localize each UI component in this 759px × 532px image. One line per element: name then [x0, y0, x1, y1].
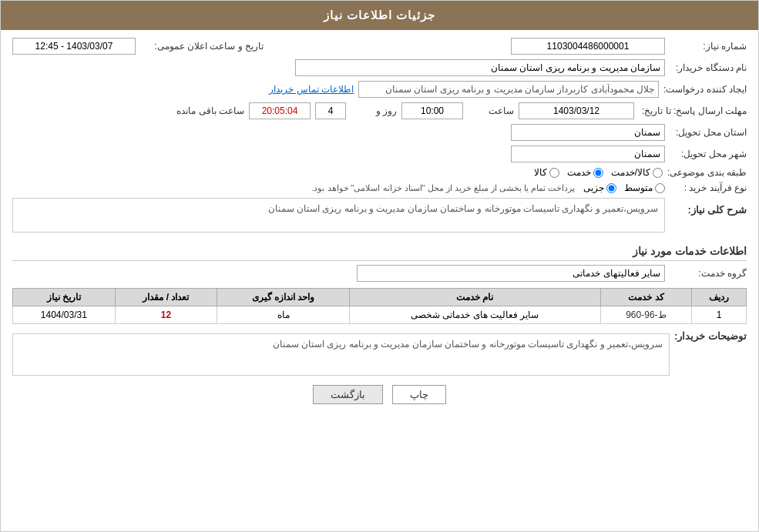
button-row: چاپ بازگشت: [12, 385, 747, 404]
print-button[interactable]: چاپ: [392, 385, 446, 404]
service-group-row: گروه خدمت:: [12, 265, 747, 282]
category-kala-khadamat-label: کالا/خدمت: [611, 167, 650, 178]
buyer-notes-row: توضیحات خریدار: سرویس،تعمیر و نگهداری تا…: [12, 330, 747, 376]
need-number-row: شماره نیاز: تاریخ و ساعت اعلان عمومی:: [12, 38, 747, 55]
province-label: استان محل تحویل:: [670, 127, 747, 138]
date-label: تاریخ و ساعت اعلان عمومی:: [140, 41, 264, 52]
table-header-row: ردیف کد خدمت نام خدمت واحد اندازه گیری ت…: [13, 289, 747, 306]
buyer-org-label: نام دستگاه خریدار:: [670, 62, 747, 73]
process-motavasset-label: متوسط: [624, 182, 653, 193]
col-qty: تعداد / مقدار: [115, 289, 217, 306]
creator-row: ایجاد کننده درخواست: اطلاعات تماس خریدار: [12, 81, 747, 98]
services-section-title: اطلاعات خدمات مورد نیاز: [12, 245, 747, 261]
page-title: جزئیات اطلاعات نیاز: [324, 8, 435, 22]
service-group-label: گروه خدمت:: [670, 268, 747, 279]
summary-label: شرح کلی نیاز:: [670, 204, 747, 216]
col-date: تاریخ نیاز: [13, 289, 116, 306]
process-radio-group: متوسط جزیی: [583, 182, 665, 193]
service-group-input[interactable]: [357, 265, 665, 282]
deadline-label: مهلت ارسال پاسخ: تا تاریخ:: [639, 105, 747, 116]
buyer-notes-value: سرویس،تعمیر و نگهداری تاسیسات موتورخانه …: [273, 339, 663, 350]
col-row-num: ردیف: [692, 289, 747, 306]
services-table: ردیف کد خدمت نام خدمت واحد اندازه گیری ت…: [12, 288, 747, 324]
table-row: 1ط-96-960سایر فعالیت های خدماتی شخصیماه1…: [13, 306, 747, 324]
city-row: شهر محل تحویل:: [12, 146, 747, 162]
category-radio-group: کالا/خدمت خدمت کالا: [534, 167, 663, 178]
col-code: کد خدمت: [600, 289, 692, 306]
category-kala-radio[interactable]: [549, 168, 559, 178]
summary-box: سرویس،تعمیر و نگهداری تاسیسات موتورخانه …: [12, 198, 665, 233]
deadline-row: مهلت ارسال پاسخ: تا تاریخ: ساعت روز و سا…: [12, 102, 747, 119]
process-jozii-label: جزیی: [583, 182, 604, 193]
category-kala-label: کالا: [534, 167, 547, 178]
cell-row-num: 1: [692, 306, 747, 324]
province-row: استان محل تحویل:: [12, 124, 747, 141]
time-label: ساعت: [468, 105, 514, 116]
category-kala-khadamat-radio[interactable]: [653, 168, 663, 178]
process-description: پرداخت تمام یا بخشی از مبلغ خرید از محل …: [311, 183, 575, 193]
creator-contact-link[interactable]: اطلاعات تماس خریدار: [269, 84, 354, 95]
cell-date: 1404/03/31: [13, 306, 116, 324]
category-row: طبقه بندی موضوعی: کالا/خدمت خدمت کالا: [12, 167, 747, 178]
buyer-notes-label: توضیحات خریدار:: [674, 330, 747, 342]
creator-input[interactable]: [358, 81, 659, 98]
need-number-input[interactable]: [511, 38, 665, 55]
summary-value: سرویس،تعمیر و نگهداری تاسیسات موتورخانه …: [268, 203, 658, 214]
process-row: نوع فرآیند خرید : متوسط جزیی پرداخت تمام…: [12, 182, 747, 193]
process-jozii-radio[interactable]: [606, 183, 616, 193]
category-label: طبقه بندی موضوعی:: [667, 167, 747, 178]
cell-unit: ماه: [217, 306, 350, 324]
cell-code: ط-96-960: [600, 306, 692, 324]
category-kala[interactable]: کالا: [534, 167, 559, 178]
province-input[interactable]: [511, 124, 665, 141]
process-jozii[interactable]: جزیی: [583, 182, 616, 193]
deadline-date-input[interactable]: [519, 102, 634, 119]
deadline-days-input[interactable]: [315, 102, 346, 119]
category-khadamat-radio[interactable]: [593, 168, 603, 178]
cell-name: سایر فعالیت های خدماتی شخصی: [350, 306, 601, 324]
process-motavasset-radio[interactable]: [655, 183, 665, 193]
col-name: نام خدمت: [350, 289, 601, 306]
services-table-section: ردیف کد خدمت نام خدمت واحد اندازه گیری ت…: [12, 288, 747, 324]
creator-label: ایجاد کننده درخواست:: [663, 84, 747, 95]
date-input[interactable]: [12, 38, 136, 55]
city-input[interactable]: [511, 146, 665, 162]
need-number-label: شماره نیاز:: [670, 41, 747, 52]
category-khadamat-label: خدمت: [567, 167, 591, 178]
category-khadamat[interactable]: خدمت: [567, 167, 603, 178]
cell-qty: 12: [115, 306, 217, 324]
city-label: شهر محل تحویل:: [670, 149, 747, 159]
buyer-org-row: نام دستگاه خریدار:: [12, 59, 747, 76]
deadline-time-input[interactable]: [401, 102, 463, 119]
process-motavasset[interactable]: متوسط: [624, 182, 665, 193]
category-kala-khadamat[interactable]: کالا/خدمت: [611, 167, 663, 178]
remain-label: ساعت باقی مانده: [175, 105, 244, 116]
page-header: جزئیات اطلاعات نیاز: [1, 1, 758, 30]
col-unit: واحد اندازه گیری: [217, 289, 350, 306]
buyer-org-input[interactable]: [295, 59, 665, 76]
days-label: روز و: [351, 105, 397, 116]
summary-row: شرح کلی نیاز: سرویس،تعمیر و نگهداری تاسی…: [12, 198, 747, 239]
back-button[interactable]: بازگشت: [313, 385, 383, 404]
process-label: نوع فرآیند خرید :: [670, 182, 747, 193]
buyer-notes-box: سرویس،تعمیر و نگهداری تاسیسات موتورخانه …: [12, 333, 670, 376]
deadline-remain-input[interactable]: [249, 102, 311, 119]
